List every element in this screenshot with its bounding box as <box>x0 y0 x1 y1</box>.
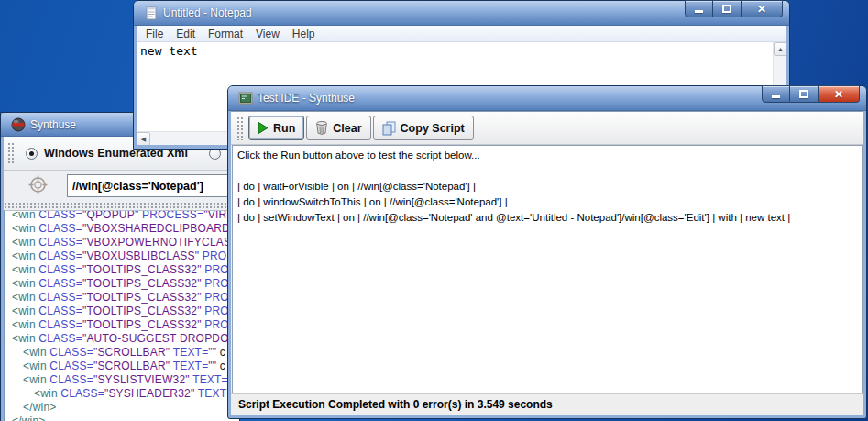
scroll-left-button[interactable]: ◀ <box>137 132 150 145</box>
copy-script-button[interactable]: Copy Script <box>373 116 474 140</box>
copy-pages-icon <box>382 121 396 136</box>
test-ide-window-controls: ✕ <box>762 85 860 103</box>
status-bar: Script Execution Completed with 0 error(… <box>231 393 863 415</box>
xpath-input[interactable] <box>67 174 239 197</box>
maximize-icon <box>799 90 808 98</box>
radio-windows-enumerated-xml[interactable] <box>26 148 38 160</box>
synthuse-content: Windows Enumerated Xml <win CLASS="QPOPU… <box>4 137 239 421</box>
xml-tree-line[interactable]: <win CLASS="TOOLTIPS_CLASS32" PRO <box>5 277 239 291</box>
run-button[interactable]: Run <box>248 116 304 140</box>
xml-tree-line[interactable]: <win CLASS="AUTO-SUGGEST DROPDO <box>5 332 239 346</box>
up-arrow-icon: ▲ <box>777 46 784 52</box>
minimize-icon <box>695 10 703 13</box>
script-line <box>237 163 857 179</box>
menu-item-view[interactable]: View <box>249 28 286 40</box>
test-ide-title: Test IDE - Synthuse <box>258 92 355 105</box>
trash-icon <box>315 121 328 135</box>
synthuse-xpath-toolbar <box>4 171 239 202</box>
notepad-app-icon <box>144 6 159 20</box>
toolbar-drag-handle[interactable] <box>7 142 16 165</box>
close-icon: ✕ <box>757 4 766 15</box>
xml-tree-line[interactable]: <win CLASS="TOOLTIPS_CLASS32" PRO <box>5 263 239 277</box>
xml-tree-line[interactable]: <win CLASS="VBOXPOWERNOTIFYCLAS <box>5 236 239 249</box>
minimize-icon <box>772 95 780 98</box>
notepad-window-controls: ✕ <box>685 0 783 17</box>
script-text: Click the Run button above to test the s… <box>237 148 857 226</box>
xml-tree-line[interactable]: <win CLASS="VBOXUSBLIBCLASS" PROC <box>5 249 239 263</box>
menu-item-edit[interactable]: Edit <box>170 28 202 40</box>
script-line: Click the Run button above to test the s… <box>237 148 857 163</box>
run-play-icon <box>258 122 269 134</box>
radio-selected-dot <box>29 151 34 156</box>
xml-tree-panel[interactable]: <win CLASS="QPOPUP" PROCESS="VIR<win CLA… <box>4 210 239 421</box>
scroll-up-button[interactable]: ▲ <box>774 42 786 56</box>
xml-tree-line[interactable]: <win CLASS="TOOLTIPS_CLASS32" PRO <box>5 291 239 305</box>
xml-tree-line[interactable]: <win CLASS="SYSLISTVIEW32" TEXT= <box>5 373 239 387</box>
xml-tree-line[interactable]: <win CLASS="VBOXSHAREDCLIPBOARD <box>5 222 239 236</box>
notepad-menubar: FileEditFormatViewHelp <box>137 26 786 42</box>
synthuse-app-icon <box>11 117 26 132</box>
test-ide-toolbar: Run Clear <box>231 112 863 145</box>
close-button[interactable]: ✕ <box>742 0 783 17</box>
close-button[interactable]: ✕ <box>819 85 860 103</box>
synthuse-title: Synthuse <box>30 118 76 131</box>
notepad-titlebar[interactable]: Untitled - Notepad ✕ <box>134 1 789 26</box>
copy-script-button-label: Copy Script <box>401 122 465 135</box>
script-line: | do | waitForVisible | on | //win[@clas… <box>237 179 857 194</box>
test-ide-body: Run Clear <box>231 111 863 415</box>
synthuse-window: Synthuse Windows Enumerated Xml <box>0 112 240 421</box>
xml-tree-line[interactable]: <win CLASS="SYSHEADER32" TEXT <box>5 387 239 401</box>
notepad-text[interactable]: new text <box>140 44 198 58</box>
xml-tree-line[interactable]: <win CLASS="SCROLLBAR" TEXT="" c <box>5 346 239 360</box>
maximize-icon <box>722 5 731 13</box>
close-icon: ✕ <box>834 89 843 100</box>
xml-tree-line[interactable]: </win> <box>5 401 239 415</box>
xml-tree-line[interactable]: <win CLASS="TOOLTIPS_CLASS32" PRO <box>5 318 239 332</box>
minimize-button[interactable] <box>762 85 790 103</box>
minimize-button[interactable] <box>685 0 713 17</box>
clear-button[interactable]: Clear <box>306 116 370 140</box>
status-text: Script Execution Completed with 0 error(… <box>238 398 553 411</box>
desktop[interactable]: Synthuse Windows Enumerated Xml <box>0 0 868 421</box>
maximize-button[interactable] <box>790 85 819 103</box>
script-text-area[interactable]: Click the Run button above to test the s… <box>232 145 863 393</box>
notepad-title: Untitled - Notepad <box>163 6 252 19</box>
test-ide-window: Test IDE - Synthuse ✕ Run <box>227 85 867 419</box>
script-line: | do | setWindowText | on | //win[@class… <box>237 210 857 226</box>
xml-tree-line[interactable]: <win CLASS="TOOLTIPS_CLASS32" PRO <box>5 305 239 318</box>
menu-item-file[interactable]: File <box>139 28 170 40</box>
left-arrow-icon: ◀ <box>141 136 146 143</box>
menu-item-format[interactable]: Format <box>202 28 249 40</box>
xml-tree-lines: <win CLASS="QPOPUP" PROCESS="VIR<win CLA… <box>5 210 239 421</box>
test-ide-titlebar[interactable]: Test IDE - Synthuse ✕ <box>228 86 866 111</box>
toolbar-drag-handle[interactable] <box>236 116 245 140</box>
xml-tree-line[interactable]: <win CLASS="QPOPUP" PROCESS="VIR <box>5 210 239 222</box>
xml-tree-line[interactable]: <win CLASS="SCROLLBAR" TEXT="" c <box>5 360 239 373</box>
script-line: | do | windowSwitchToThis | on | //win[@… <box>237 194 857 210</box>
run-button-label: Run <box>273 122 295 135</box>
menu-item-help[interactable]: Help <box>286 28 322 40</box>
clear-button-label: Clear <box>333 122 361 135</box>
xml-tree-line[interactable]: </win> <box>5 415 239 421</box>
crosshair-finder-icon[interactable] <box>28 175 48 194</box>
test-ide-app-icon <box>238 91 253 105</box>
maximize-button[interactable] <box>713 0 742 17</box>
toolbar-dotted-separator <box>4 202 239 210</box>
